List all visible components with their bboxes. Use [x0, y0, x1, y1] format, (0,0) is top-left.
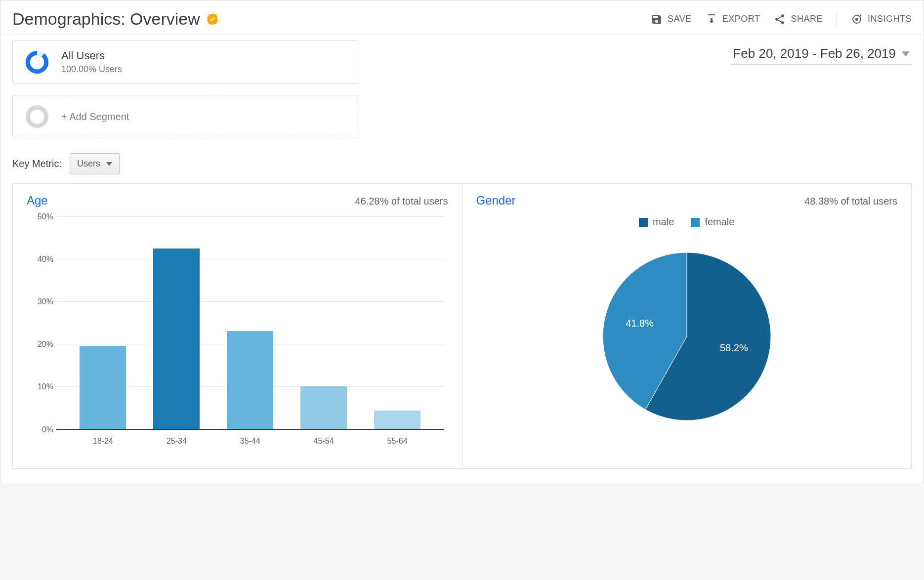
donut-placeholder-icon: [25, 104, 49, 129]
y-tick-label: 10%: [30, 382, 53, 391]
x-tick-label: 18-24: [93, 437, 113, 446]
segment-all-users[interactable]: All Users 100.00% Users: [12, 40, 358, 84]
segment-text: All Users 100.00% Users: [61, 49, 122, 75]
insights-label: INSIGHTS: [868, 14, 912, 24]
save-label: SAVE: [668, 14, 692, 24]
insights-button[interactable]: INSIGHTS: [851, 13, 912, 25]
export-label: EXPORT: [722, 14, 760, 24]
key-metric-label: Key Metric:: [12, 158, 62, 169]
gridline: 0%: [56, 429, 444, 430]
bar-column: 45-54: [287, 216, 361, 429]
key-metric-select[interactable]: Users: [70, 153, 120, 174]
panels: Age 46.28% of total users 0%10%20%30%40%…: [12, 183, 912, 469]
gender-panel-title[interactable]: Gender: [476, 194, 516, 207]
bar-column: 55-64: [361, 216, 434, 429]
age-panel-title[interactable]: Age: [27, 194, 48, 207]
legend-male-label: male: [653, 216, 674, 228]
x-tick-label: 45-54: [314, 437, 334, 446]
key-metric-selected: Users: [77, 159, 100, 169]
y-tick-label: 0%: [30, 425, 53, 434]
save-icon: [651, 13, 663, 25]
bar-column: 18-24: [66, 216, 140, 429]
segment-subtitle: 100.00% Users: [61, 64, 122, 75]
key-metric-row: Key Metric: Users: [12, 153, 912, 174]
save-button[interactable]: SAVE: [651, 13, 692, 25]
pie-slice-label-female: 41.8%: [626, 318, 654, 329]
action-divider: [837, 11, 837, 27]
age-panel-head: Age 46.28% of total users: [27, 194, 448, 207]
insights-icon: [851, 13, 863, 25]
export-button[interactable]: EXPORT: [706, 13, 760, 25]
verified-badge-icon: [206, 13, 219, 26]
pie-slice-label-male: 58.2%: [720, 342, 748, 353]
date-range-picker[interactable]: Feb 20, 2019 - Feb 26, 2019: [731, 42, 912, 65]
bar[interactable]: [374, 411, 420, 429]
svg-point-4: [28, 107, 46, 126]
bar[interactable]: [300, 386, 347, 429]
gender-panel: Gender 48.38% of total users male female…: [462, 184, 912, 468]
y-tick-label: 40%: [30, 255, 53, 264]
bar[interactable]: [80, 346, 126, 429]
age-panel: Age 46.28% of total users 0%10%20%30%40%…: [13, 184, 462, 468]
donut-icon: [25, 50, 49, 75]
bar[interactable]: [153, 249, 200, 429]
chevron-down-icon: [106, 162, 112, 166]
gender-panel-head: Gender 48.38% of total users: [476, 194, 898, 207]
share-icon: [774, 13, 786, 25]
segments: All Users 100.00% Users + Add Segment: [12, 40, 358, 138]
page-root: Demographics: Overview SAVE EXPORT SHARE…: [0, 0, 924, 484]
page-header: Demographics: Overview SAVE EXPORT SHARE…: [0, 0, 924, 35]
bar-column: 35-44: [213, 216, 287, 429]
svg-point-2: [28, 53, 46, 72]
add-segment-button[interactable]: + Add Segment: [12, 95, 358, 138]
age-bar-chart: 0%10%20%30%40%50% 18-2425-3435-4445-5455…: [27, 216, 448, 454]
y-tick-label: 30%: [30, 297, 53, 306]
swatch-female: [691, 218, 700, 227]
y-tick-label: 20%: [30, 340, 53, 349]
y-tick-label: 50%: [30, 212, 53, 221]
legend-female: female: [691, 216, 734, 228]
share-label: SHARE: [791, 14, 823, 24]
gender-panel-stat: 48.38% of total users: [804, 196, 897, 207]
segment-row: All Users 100.00% Users + Add Segment Fe…: [12, 40, 912, 138]
svg-point-1: [855, 18, 858, 21]
page-body: All Users 100.00% Users + Add Segment Fe…: [0, 35, 924, 484]
x-tick-label: 25-34: [167, 437, 187, 446]
legend-male: male: [639, 216, 674, 228]
bar-column: 25-34: [140, 216, 213, 429]
gender-pie-chart: 58.2%41.8%: [476, 238, 898, 435]
x-tick-label: 55-64: [387, 437, 408, 446]
chevron-down-icon: [902, 51, 910, 56]
page-title: Demographics: Overview: [12, 9, 200, 29]
x-tick-label: 35-44: [240, 437, 260, 446]
legend-female-label: female: [705, 216, 734, 228]
age-panel-stat: 46.28% of total users: [355, 196, 448, 207]
export-icon: [706, 13, 717, 25]
add-segment-label: + Add Segment: [61, 111, 129, 123]
header-actions: SAVE EXPORT SHARE INSIGHTS: [651, 11, 912, 27]
segment-title: All Users: [61, 49, 122, 62]
swatch-male: [639, 218, 648, 227]
gender-legend: male female: [476, 216, 898, 228]
share-button[interactable]: SHARE: [774, 13, 823, 25]
title-wrap: Demographics: Overview: [12, 9, 219, 29]
date-range-text: Feb 20, 2019 - Feb 26, 2019: [733, 46, 896, 61]
bar[interactable]: [227, 331, 273, 429]
